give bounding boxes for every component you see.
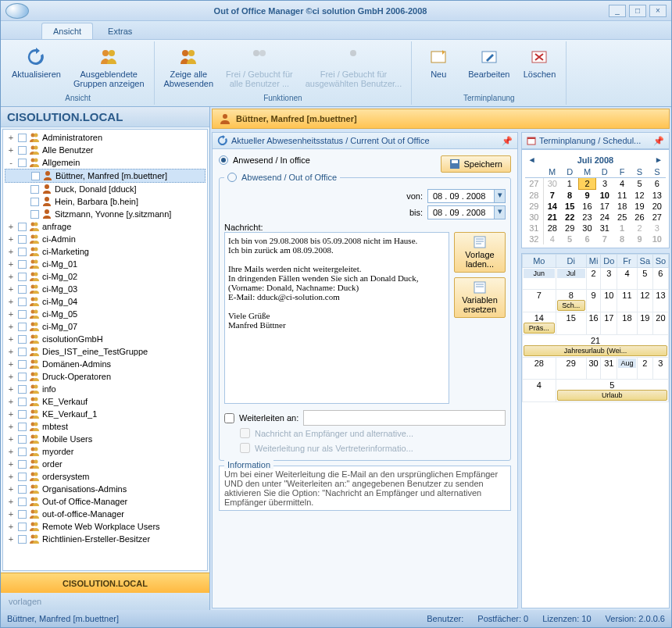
schedule-cell[interactable]: 11	[617, 290, 638, 312]
tree-node[interactable]: +ci-Mg_02	[5, 270, 206, 283]
schedule-cell[interactable]: Jun	[523, 268, 556, 290]
calendar-day[interactable]: 9	[631, 234, 648, 244]
tree-node[interactable]: +ordersystem	[5, 470, 206, 483]
calendar-day[interactable]: 22	[561, 212, 578, 223]
tree-node[interactable]: +Out-of Office-Manager	[5, 495, 206, 508]
schedule-cell[interactable]: 12	[637, 290, 652, 312]
refresh-button[interactable]: Aktualisieren	[5, 43, 67, 93]
next-month-button[interactable]: ▸	[653, 155, 664, 165]
schedule-cell[interactable]: 5	[637, 268, 652, 290]
calendar-day[interactable]: 29	[561, 223, 578, 234]
calendar-day[interactable]: 10	[596, 190, 613, 202]
schedule-cell[interactable]: 3	[652, 358, 668, 380]
calendar-day[interactable]: 5	[561, 234, 578, 244]
radio-out-office[interactable]: Abwesend / Out of Office	[227, 173, 337, 182]
schedule-cell[interactable]: 18	[617, 312, 638, 335]
maximize-button[interactable]: □	[629, 5, 646, 17]
tree-node[interactable]: +Organisations-Admins	[5, 483, 206, 495]
tree-node[interactable]: Sitzmann, Yvonne [y.sitzmann]	[5, 208, 206, 220]
dropdown-icon[interactable]: ▾	[494, 190, 505, 202]
calendar-day[interactable]: 31	[596, 223, 613, 234]
tree-node[interactable]: +ci-Mg_07	[5, 320, 206, 333]
tree-node[interactable]: +order	[5, 458, 206, 470]
close-button[interactable]: ×	[649, 5, 667, 17]
calendar-day[interactable]: 10	[649, 234, 666, 244]
tree-node[interactable]: +ci-Mg_05	[5, 308, 206, 320]
tab-extras[interactable]: Extras	[96, 23, 144, 39]
calendar-day[interactable]: 30	[578, 223, 595, 234]
tree-node[interactable]: +Druck-Operatoren	[5, 370, 206, 383]
schedule-cell[interactable]: 29	[556, 358, 586, 380]
calendar-day[interactable]: 7	[543, 190, 561, 202]
schedule-cell[interactable]: 31	[601, 358, 617, 380]
tree-view[interactable]: +Administratoren+Alle Benutzer-Allgemein…	[2, 129, 208, 571]
tree-node[interactable]: +anfrage	[5, 220, 206, 233]
schedule-cell[interactable]: 30	[586, 358, 601, 380]
calendar-day[interactable]: 18	[613, 201, 631, 212]
calendar-day[interactable]: 13	[649, 190, 666, 202]
tree-node[interactable]: +KE_Verkauf	[5, 395, 206, 408]
calendar-day[interactable]: 2	[631, 223, 648, 234]
tree-node[interactable]: +mbtest	[5, 420, 206, 433]
schedule-cell[interactable]: 2	[586, 268, 601, 290]
schedule-cell[interactable]: 15	[556, 312, 586, 335]
calendar-day[interactable]: 9	[578, 190, 595, 202]
schedule-event[interactable]: Sch...	[557, 300, 585, 311]
radio-in-office[interactable]: Anwesend / In office	[219, 155, 310, 165]
date-from-input[interactable]: 08 . 09 . 2008▾	[427, 189, 506, 203]
pin-icon[interactable]: 📌	[502, 136, 513, 146]
calendar-day[interactable]: 20	[649, 201, 666, 212]
calendar-day[interactable]: 4	[543, 234, 561, 244]
calendar-day[interactable]: 11	[613, 190, 631, 202]
message-textarea[interactable]	[224, 232, 449, 404]
tree-node[interactable]: +KE_Verkauf_1	[5, 408, 206, 420]
calendar-day[interactable]: 17	[596, 201, 613, 212]
schedule-cell[interactable]: 9	[586, 290, 601, 312]
schedule-cell[interactable]: 4	[617, 268, 638, 290]
calendar-day[interactable]: 23	[578, 212, 595, 223]
delete-button[interactable]: Löschen	[516, 43, 563, 93]
calendar-day[interactable]: 16	[578, 201, 595, 212]
calendar-day[interactable]: 24	[596, 212, 613, 223]
tree-node[interactable]: +ci-Mg_03	[5, 283, 206, 295]
tree-node[interactable]: +out-of-office-Manager	[5, 508, 206, 520]
tree-node[interactable]: Duck, Donald [dduck]	[5, 183, 206, 195]
prev-month-button[interactable]: ◂	[527, 155, 538, 165]
calendar-day[interactable]: 3	[649, 223, 666, 234]
schedule-cell[interactable]: Jul	[556, 268, 586, 290]
schedule-cell[interactable]: 20	[652, 312, 668, 335]
schedule-cell[interactable]: 4	[523, 380, 556, 402]
schedule-event[interactable]: Jahresurlaub (Wei...	[524, 345, 667, 356]
freebusy-selected-button[interactable]: Frei / Gebucht für ausgewählten Benutzer…	[299, 43, 409, 93]
calendar-day[interactable]: 8	[613, 234, 631, 244]
calendar-day[interactable]: 6	[578, 234, 595, 244]
minimize-button[interactable]: _	[609, 5, 626, 17]
calendar-day[interactable]: 25	[613, 212, 631, 223]
tree-node[interactable]: +Domänen-Admins	[5, 358, 206, 370]
schedule-cell[interactable]: 19	[637, 312, 652, 335]
calendar-day[interactable]: 7	[596, 234, 613, 244]
calendar-day[interactable]: 4	[613, 178, 631, 190]
calendar-day[interactable]: 2	[578, 178, 595, 190]
tree-node[interactable]: Büttner, Manfred [m.buettner]	[5, 169, 206, 183]
calendar-day[interactable]: 8	[561, 190, 578, 202]
forward-input[interactable]	[303, 410, 506, 426]
schedule-event[interactable]: Urlaub	[557, 390, 667, 401]
schedule-event[interactable]: Präs...	[524, 323, 555, 334]
schedule-cell[interactable]: 6	[652, 268, 668, 290]
tree-node[interactable]: +Dies_IST_eine_TestGruppe	[5, 345, 206, 358]
calendar-day[interactable]: 26	[631, 212, 648, 223]
tree-node[interactable]: +myorder	[5, 445, 206, 458]
schedule-cell[interactable]: 16	[586, 312, 601, 335]
tree-node[interactable]: +ci-Mg_04	[5, 295, 206, 308]
schedule-cell[interactable]: 10	[601, 290, 617, 312]
calendar-day[interactable]: 12	[631, 190, 648, 202]
tree-node[interactable]: +Mobile Users	[5, 433, 206, 445]
forward-checkbox[interactable]	[224, 413, 234, 423]
calendar-day[interactable]: 14	[543, 201, 561, 212]
schedule-grid[interactable]: MoDiMiDoFrSaSoJunJul2345678Sch...9101112…	[521, 253, 670, 608]
schedule-cell[interactable]: 7	[523, 290, 556, 312]
tree-node[interactable]: +cisolutionGmbH	[5, 333, 206, 345]
schedule-cell[interactable]: 28	[523, 358, 556, 380]
sidebar-templates[interactable]: vorlagen	[1, 593, 209, 610]
